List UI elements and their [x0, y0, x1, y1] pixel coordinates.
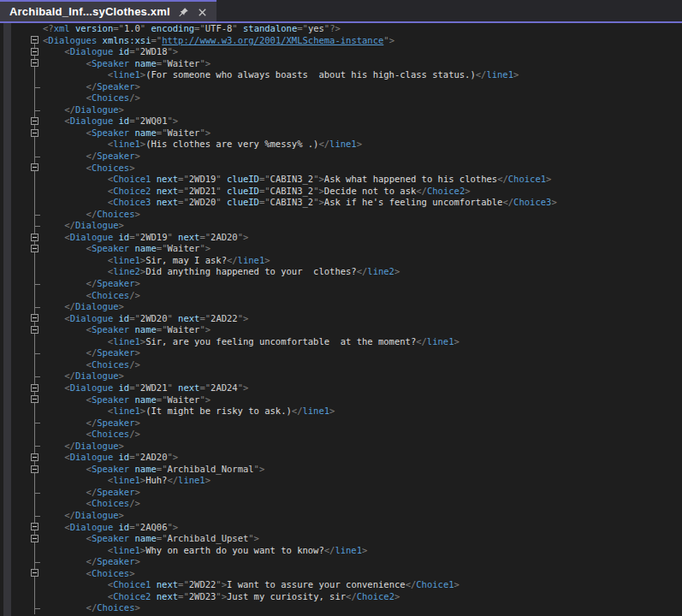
- code-text[interactable]: <Speaker name="Waiter">: [43, 324, 211, 336]
- code-text[interactable]: <line1>(For someone who always boasts ab…: [43, 69, 519, 81]
- code-text[interactable]: <Dialogues xmlns:xsi="http://www.w3.org/…: [43, 35, 394, 47]
- code-line[interactable]: </Dialogue>: [0, 220, 682, 232]
- code-line[interactable]: <Choices>: [0, 163, 682, 175]
- code-line[interactable]: <Dialogue id="2WD20" next="2AD22">: [0, 313, 682, 325]
- code-text[interactable]: <line2>Did anything happened to your clo…: [43, 266, 400, 278]
- code-area[interactable]: <?xml version="1.0" encoding="UTF-8" sta…: [0, 23, 682, 614]
- code-text[interactable]: <Choices>: [43, 568, 135, 580]
- code-text[interactable]: <Speaker name="Archibald_Upset">: [43, 533, 259, 545]
- code-line[interactable]: <Choice2 next="2WD21" clueID="CABIN3_2">…: [0, 186, 682, 198]
- code-line[interactable]: </Dialogue>: [0, 370, 682, 382]
- code-line[interactable]: <line1>Why on earth do you want to know?…: [0, 545, 682, 557]
- code-line[interactable]: <Speaker name="Waiter">: [0, 394, 682, 406]
- code-line[interactable]: <?xml version="1.0" encoding="UTF-8" sta…: [0, 23, 682, 35]
- code-text[interactable]: <Choice1 next="2WD19" clueID="CABIN3_2">…: [43, 174, 551, 186]
- code-line[interactable]: <Speaker name="Waiter">: [0, 324, 682, 336]
- code-text[interactable]: <Choice3 next="2WD20" clueID="CABIN3_2">…: [43, 197, 557, 209]
- fold-collapse-box[interactable]: [31, 117, 39, 125]
- fold-collapse-box[interactable]: [31, 523, 39, 530]
- code-line[interactable]: <Choices/>: [0, 359, 682, 371]
- code-line[interactable]: </Dialogue>: [0, 441, 682, 453]
- code-text[interactable]: </Speaker>: [43, 487, 140, 499]
- code-line[interactable]: <Speaker name="Waiter">: [0, 58, 682, 70]
- code-text[interactable]: <line1>Huh?</line1>: [43, 475, 211, 487]
- fold-collapse-box[interactable]: [31, 569, 39, 577]
- code-text[interactable]: <Speaker name="Waiter">: [43, 243, 211, 255]
- fold-collapse-box[interactable]: [31, 36, 39, 44]
- code-text[interactable]: </Dialogue>: [43, 441, 124, 453]
- code-text[interactable]: <Dialogue id="2WD21" next="2AD24">: [43, 382, 248, 394]
- code-line[interactable]: <Dialogue id="2AD20">: [0, 452, 682, 464]
- code-text[interactable]: </Speaker>: [43, 347, 140, 359]
- code-line[interactable]: <line1>(For someone who always boasts ab…: [0, 69, 682, 81]
- fold-collapse-box[interactable]: [31, 535, 39, 542]
- code-line[interactable]: </Dialogue>: [0, 510, 682, 522]
- code-line[interactable]: <line1>Sir, are you feeling uncomfortabl…: [0, 336, 682, 348]
- code-line[interactable]: <Dialogue id="2WD21" next="2AD24">: [0, 382, 682, 394]
- code-text[interactable]: <Choices/>: [43, 498, 140, 510]
- fold-collapse-box[interactable]: [31, 48, 39, 56]
- fold-collapse-box[interactable]: [31, 326, 39, 334]
- code-line[interactable]: <Choices>: [0, 568, 682, 580]
- code-line[interactable]: </Dialogue>: [0, 301, 682, 313]
- code-line[interactable]: <Dialogue id="2WD19" next="2AD20">: [0, 232, 682, 244]
- tab-archibald-xml[interactable]: Archibald_Inf...syClothes.xml: [0, 0, 216, 21]
- code-line[interactable]: </Speaker>: [0, 151, 682, 163]
- code-text[interactable]: <Dialogue id="2WD18">: [43, 46, 178, 58]
- fold-collapse-box[interactable]: [31, 384, 39, 392]
- code-line[interactable]: <line1>Huh?</line1>: [0, 475, 682, 487]
- code-text[interactable]: </Dialogue>: [43, 104, 124, 116]
- code-text[interactable]: <Choice2 next="2WD23">Just my curiosity,…: [43, 591, 400, 603]
- code-text[interactable]: <Speaker name="Waiter">: [43, 394, 211, 406]
- code-text[interactable]: <Speaker name="Archibald_Normal">: [43, 464, 264, 476]
- code-line[interactable]: </Speaker>: [0, 418, 682, 429]
- code-text[interactable]: <Dialogue id="2AQ06">: [43, 522, 178, 534]
- code-line[interactable]: <Choices/>: [0, 92, 682, 104]
- code-text[interactable]: <Choices/>: [43, 290, 140, 302]
- code-line[interactable]: <Dialogue id="2WD18">: [0, 46, 682, 58]
- code-text[interactable]: <line1>Why on earth do you want to know?…: [43, 545, 367, 557]
- code-text[interactable]: <Speaker name="Waiter">: [43, 58, 211, 70]
- code-text[interactable]: <line1>(It might be risky to ask.)</line…: [43, 406, 335, 418]
- code-line[interactable]: <Speaker name="Archibald_Normal">: [0, 464, 682, 476]
- close-icon[interactable]: [197, 6, 208, 17]
- code-line[interactable]: <line1>(It might be risky to ask.)</line…: [0, 406, 682, 418]
- fold-collapse-box[interactable]: [31, 453, 39, 461]
- code-line[interactable]: <Dialogues xmlns:xsi="http://www.w3.org/…: [0, 35, 682, 47]
- code-text[interactable]: </Speaker>: [43, 556, 140, 568]
- code-text[interactable]: </Speaker>: [43, 81, 140, 93]
- code-text[interactable]: </Choices>: [43, 209, 140, 221]
- code-line[interactable]: </Speaker>: [0, 278, 682, 290]
- code-line[interactable]: <Speaker name="Waiter">: [0, 127, 682, 139]
- fold-collapse-box[interactable]: [31, 314, 39, 322]
- code-line[interactable]: <Choice1 next="2WD19" clueID="CABIN3_2">…: [0, 174, 682, 186]
- code-line[interactable]: </Speaker>: [0, 556, 682, 568]
- code-line[interactable]: <Choices/>: [0, 429, 682, 441]
- code-text[interactable]: <?xml version="1.0" encoding="UTF-8" sta…: [43, 23, 341, 35]
- code-text[interactable]: </Speaker>: [43, 151, 140, 163]
- code-line[interactable]: <Choice3 next="2WD20" clueID="CABIN3_2">…: [0, 197, 682, 209]
- code-text[interactable]: <line1>Sir, are you feeling uncomfortabl…: [43, 336, 460, 348]
- code-line[interactable]: </Speaker>: [0, 487, 682, 499]
- fold-collapse-box[interactable]: [31, 465, 39, 473]
- code-text[interactable]: <Choices/>: [43, 92, 140, 104]
- fold-collapse-box[interactable]: [31, 129, 39, 137]
- xml-editor[interactable]: <?xml version="1.0" encoding="UTF-8" sta…: [0, 23, 682, 616]
- fold-collapse-box[interactable]: [31, 395, 39, 403]
- fold-collapse-box[interactable]: [31, 163, 39, 171]
- code-line[interactable]: <Speaker name="Archibald_Upset">: [0, 533, 682, 545]
- code-line[interactable]: </Choices>: [0, 602, 682, 614]
- code-line[interactable]: </Speaker>: [0, 81, 682, 93]
- code-text[interactable]: </Choices>: [43, 602, 140, 614]
- code-text[interactable]: <Speaker name="Waiter">: [43, 127, 211, 139]
- code-text[interactable]: <Dialogue id="2WD19" next="2AD20">: [43, 232, 248, 244]
- code-line[interactable]: <Choice1 next="2WD22">I want to assure y…: [0, 579, 682, 591]
- code-line[interactable]: <Speaker name="Waiter">: [0, 243, 682, 255]
- code-text[interactable]: <Dialogue id="2WD20" next="2AD22">: [43, 313, 248, 325]
- code-text[interactable]: <line1>(His clothes are very %messy% .)<…: [43, 139, 362, 151]
- code-text[interactable]: </Dialogue>: [43, 220, 124, 232]
- code-line[interactable]: </Dialogue>: [0, 104, 682, 116]
- fold-collapse-box[interactable]: [31, 59, 39, 67]
- code-text[interactable]: <Choices/>: [43, 359, 140, 371]
- code-line[interactable]: <line1>Sir, may I ask?</line1>: [0, 255, 682, 267]
